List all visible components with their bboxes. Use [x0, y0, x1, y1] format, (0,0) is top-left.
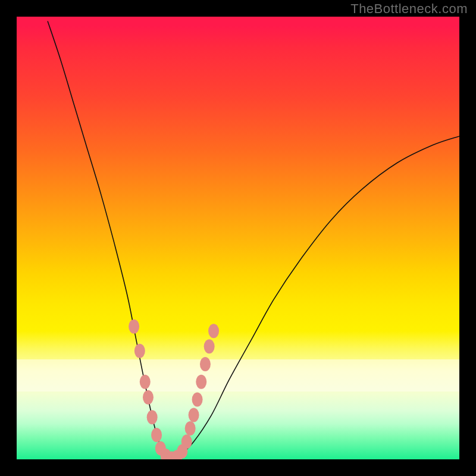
bottleneck-curve — [48, 21, 459, 459]
marker-bead — [143, 390, 154, 405]
marker-bead — [151, 428, 162, 442]
marker-bead — [140, 375, 151, 389]
marker-bead — [204, 339, 215, 353]
marker-bead — [196, 375, 206, 389]
marker-bead — [192, 393, 203, 407]
marker-bead — [200, 357, 211, 371]
marker-bead — [189, 408, 199, 422]
marker-bead — [134, 344, 145, 358]
marker-beads — [129, 320, 219, 459]
marker-bead — [185, 421, 196, 436]
chart-frame: TheBottleneck.com — [0, 0, 476, 476]
marker-bead — [129, 320, 139, 334]
marker-bead — [181, 434, 192, 449]
watermark-text: TheBottleneck.com — [350, 1, 468, 17]
marker-bead — [208, 324, 219, 338]
chart-svg — [17, 17, 459, 459]
marker-bead — [147, 410, 158, 424]
